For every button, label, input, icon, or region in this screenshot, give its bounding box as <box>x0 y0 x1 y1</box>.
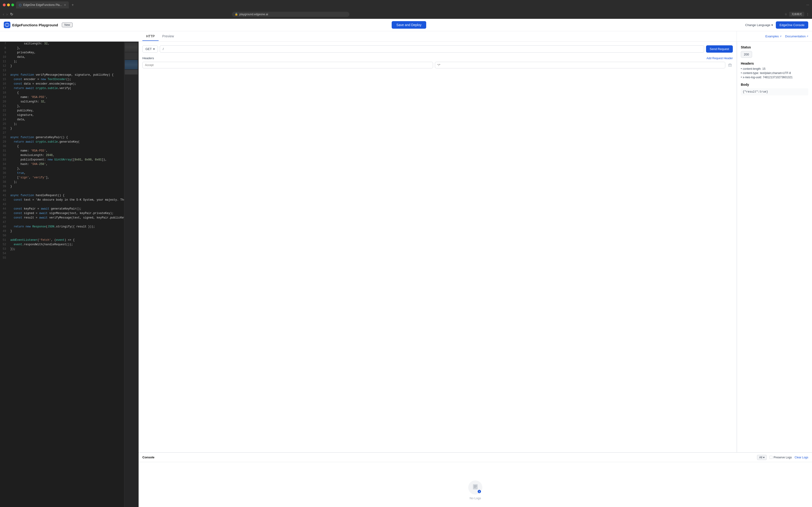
top-section: GET ▾ Send Request Headers Add Request H… <box>138 42 812 452</box>
code-line: 15 const encoder = new TextEncoder(); <box>0 77 124 82</box>
accept-input[interactable] <box>142 62 433 68</box>
code-line: 39} <box>0 184 124 189</box>
url-bar[interactable]: 🔒 playground.edgeone.ai <box>232 12 349 17</box>
maximize-window-button[interactable] <box>11 4 14 6</box>
console-header: Console All ▾ Preserve Logs Clear Logs <box>138 453 812 462</box>
code-line: 48 return new Response(JSON.stringify({ … <box>0 225 124 229</box>
delete-header-button[interactable] <box>727 62 733 68</box>
body-content: {"result":true} <box>741 88 808 95</box>
code-line: 25 ); <box>0 122 124 126</box>
tab-favicon: ⬡ <box>19 3 21 7</box>
header-links: Examples ↗ Documentation ↗ <box>737 35 812 38</box>
header3-val: 7481213710273601321 <box>763 76 793 79</box>
close-tab-button[interactable]: ✕ <box>64 4 66 7</box>
code-line: 11 ); <box>0 59 124 64</box>
response-header-2: • content-type: text/plain;charset=UTF-8 <box>741 71 808 75</box>
code-line: 14async function verifyMessage(message, … <box>0 73 124 77</box>
code-line: 7 saltLength: 32, <box>0 42 124 46</box>
more-options-icon[interactable]: ⋮ <box>806 12 809 16</box>
code-line: 28async function generateKeyPair() { <box>0 135 124 140</box>
console-filter-all[interactable]: All ▾ <box>757 455 766 460</box>
documentation-link[interactable]: Documentation ↗ <box>785 35 808 38</box>
mode-button[interactable]: 无痕模式 <box>789 12 804 17</box>
code-area: 7 saltLength: 32,8 },9 privateKey,10 dat… <box>0 42 138 507</box>
header2-val: text/plain;charset=UTF-8 <box>760 71 791 75</box>
code-line: 32 modulusLength: 2048, <box>0 153 124 158</box>
preserve-logs-label[interactable]: Preserve Logs <box>769 456 792 459</box>
code-line: 45 const signed = await signMessage(text… <box>0 211 124 216</box>
console-controls: All ▾ Preserve Logs Clear Logs <box>757 455 808 460</box>
save-deploy-button[interactable]: Save and Deploy <box>392 21 426 29</box>
code-line: 53}); <box>0 247 124 251</box>
response-header-1: • content-length: 15 <box>741 67 808 70</box>
chevron-down-icon: ▾ <box>153 47 155 51</box>
window-controls-icon: ⋯ <box>806 3 809 7</box>
http-panel: GET ▾ Send Request Headers Add Request H… <box>138 42 737 452</box>
new-badge-button[interactable]: New <box>62 22 73 27</box>
status-title: Status <box>741 45 808 49</box>
back-button[interactable]: ‹ <box>3 12 4 16</box>
clear-logs-button[interactable]: Clear Logs <box>795 456 808 459</box>
url-input[interactable] <box>160 45 704 53</box>
method-select[interactable]: GET ▾ <box>142 45 158 53</box>
forward-button[interactable]: › <box>6 12 7 16</box>
header-center: Save and Deploy <box>73 21 745 29</box>
code-line: 33 publicExponent: new Uint8Array([0x01,… <box>0 158 124 162</box>
tab-preview[interactable]: Preview <box>159 32 178 41</box>
send-request-button[interactable]: Send Request <box>706 45 733 53</box>
close-window-button[interactable] <box>3 4 6 6</box>
minimap <box>124 42 138 507</box>
reload-button[interactable]: ↻ <box>10 12 13 16</box>
code-line: 41async function handleRequest() { <box>0 193 124 198</box>
app-title: EdgeFunctions Playground <box>12 23 58 27</box>
preserve-logs-checkbox[interactable] <box>769 456 772 459</box>
change-language-button[interactable]: Change Language ▾ <box>745 23 773 27</box>
no-logs-text: No Logs <box>470 496 481 500</box>
examples-link[interactable]: Examples ↗ <box>765 35 781 38</box>
code-line: 29 return await crypto.subtle.generateKe… <box>0 140 124 144</box>
svg-rect-7 <box>473 484 478 489</box>
secondary-bar: HTTP Preview Examples ↗ Documentation ↗ <box>0 31 812 41</box>
tab-title: EdgeOne EdgeFunctions Pla... <box>23 3 62 7</box>
code-editor[interactable]: 7 saltLength: 32,8 },9 privateKey,10 dat… <box>0 42 124 507</box>
console-title: Console <box>142 456 154 459</box>
response-panel: Status 200 Headers • content-length: 15 … <box>737 42 812 452</box>
content-type-input[interactable] <box>435 62 726 68</box>
response-header-3: • x-nws-log-uuid: 7481213710273601321 <box>741 76 808 79</box>
http-content: GET ▾ Send Request Headers Add Request H… <box>138 42 737 452</box>
code-line: 27 <box>0 131 124 135</box>
code-line: 16 const data = encoder.encode(message); <box>0 82 124 86</box>
code-line: 23 signature, <box>0 113 124 117</box>
code-line: 26} <box>0 126 124 131</box>
minimize-window-button[interactable] <box>7 4 10 6</box>
code-line: 20 saltLength: 32, <box>0 100 124 104</box>
code-line: 21 }, <box>0 104 124 109</box>
code-line: 24 data, <box>0 117 124 122</box>
header-top: EdgeFunctions Playground New Save and De… <box>0 19 812 31</box>
browser-nav: ‹ › ↻ 🔒 playground.edgeone.ai ☆ 无痕模式 ⋮ <box>0 10 812 19</box>
tab-http[interactable]: HTTP <box>142 32 159 41</box>
code-line: 54 <box>0 251 124 256</box>
app-header: EdgeFunctions Playground New Save and De… <box>0 19 812 42</box>
code-line: 9 privateKey, <box>0 51 124 55</box>
bookmark-icon[interactable]: ☆ <box>785 12 787 16</box>
external-link-icon-2: ↗ <box>806 35 808 38</box>
browser-tab[interactable]: ⬡ EdgeOne EdgeFunctions Pla... ✕ <box>16 1 69 8</box>
logo-icon <box>4 21 10 28</box>
status-section: Status 200 <box>741 45 808 58</box>
add-request-header-link[interactable]: Add Request Header <box>706 57 733 60</box>
status-code: 200 <box>741 51 752 58</box>
new-tab-button[interactable]: + <box>72 3 74 7</box>
code-line: 17 return await crypto.subtle.verify( <box>0 86 124 91</box>
code-line: 12} <box>0 64 124 68</box>
header-inputs <box>142 62 733 68</box>
response-headers-section: Headers • content-length: 15 • content-t… <box>741 62 808 79</box>
code-line: 40 <box>0 189 124 193</box>
request-row: GET ▾ Send Request <box>142 45 733 53</box>
notification-badge: 1 <box>478 490 481 493</box>
code-line: 43 <box>0 202 124 207</box>
code-line: 50 <box>0 233 124 238</box>
code-line: 47 <box>0 220 124 225</box>
url-text: playground.edgeone.ai <box>239 13 268 16</box>
edgeone-console-button[interactable]: EdgeOne Console <box>776 21 808 29</box>
